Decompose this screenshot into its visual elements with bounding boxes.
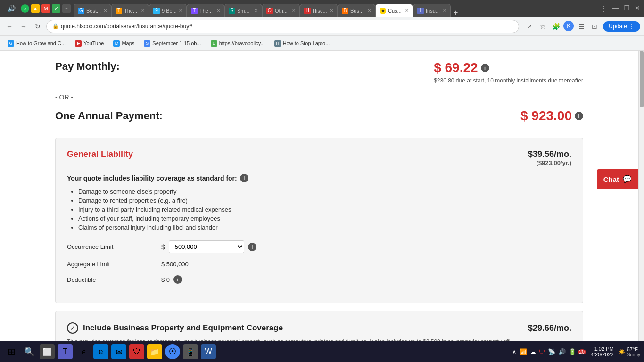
security-button[interactable]: 🛡 (129, 344, 144, 359)
occurrence-limit-row: Occurrence Limit $ 500,000 100,000 300,0… (67, 240, 571, 253)
forward-button[interactable]: → (18, 21, 29, 32)
tab-6[interactable]: O Oth... ✕ (262, 4, 300, 17)
tab-10-close[interactable]: ✕ (443, 8, 446, 13)
chat-button[interactable]: Chat 💬 (597, 169, 638, 189)
sidebar-icon[interactable]: ☰ (576, 21, 587, 32)
tab-9-close[interactable]: ✕ (405, 8, 409, 13)
title-bar: 🔊 ♪ ▲ M ✓ ≡ G Best... ✕ T The... ✕ 9 9 (0, 0, 644, 17)
bookmark-3[interactable]: M Maps (109, 39, 138, 48)
tab-8-close[interactable]: ✕ (367, 8, 371, 13)
volume-sys-icon[interactable]: 🔊 (557, 347, 567, 356)
occurrence-limit-select[interactable]: 500,000 100,000 300,000 1,000,000 2,000,… (169, 240, 244, 253)
pay-monthly-info-icon[interactable]: i (481, 64, 489, 72)
browser-frame: 🔊 ♪ ▲ M ✓ ≡ G Best... ✕ T The... ✕ 9 9 (0, 0, 644, 362)
tab-2[interactable]: T The... ✕ (111, 4, 149, 17)
coverage-item-4: Actions of your staff, including tempora… (78, 215, 571, 222)
search-button[interactable]: 🔍 (22, 344, 37, 359)
annual-price: $ 923.00 (520, 108, 572, 123)
sheets-icon[interactable]: ✓ (52, 4, 60, 13)
shield-icon[interactable]: 🛡 (538, 347, 546, 356)
bookmark-1[interactable]: G How to Grow and C... (4, 39, 69, 48)
teams-button[interactable]: T (58, 344, 73, 359)
notification-icon[interactable]: 20 (578, 349, 586, 354)
tab-1[interactable]: G Best... ✕ (74, 4, 111, 17)
minimize-button[interactable]: — (612, 4, 619, 13)
refresh-button[interactable]: ↻ (32, 21, 43, 32)
extension-icon[interactable]: 🧩 (550, 21, 561, 32)
bookmark-6[interactable]: H How to Stop Lapto... (271, 39, 334, 48)
drive-icon[interactable]: ▲ (31, 4, 40, 13)
check-circle-icon[interactable]: ✓ (67, 322, 78, 334)
tab-10-favicon: I (417, 8, 424, 14)
chat-label: Chat (603, 175, 619, 183)
tab-3-close[interactable]: ✕ (179, 8, 182, 13)
ext-icon[interactable]: ≡ (62, 4, 71, 13)
tab-6-close[interactable]: ✕ (292, 8, 296, 13)
update-label: Update (609, 23, 627, 30)
word-button[interactable]: W (201, 344, 216, 359)
profile-icon[interactable]: K (563, 21, 574, 31)
update-button[interactable]: Update ⋮ (603, 21, 640, 32)
store-button[interactable]: 🛍 (75, 344, 91, 359)
tab-4-close[interactable]: ✕ (216, 8, 220, 13)
network-icon[interactable]: 📶 (519, 347, 528, 356)
weather-widget[interactable]: ☀️ 67°F Sunny (619, 346, 640, 357)
scrollbar-thumb[interactable] (640, 51, 644, 107)
explorer-button[interactable]: 📁 (147, 344, 162, 359)
task-view-button[interactable]: ⬜ (40, 344, 55, 359)
tray-up-icon[interactable]: ∧ (511, 347, 518, 356)
business-property-title: Include Business Property and Equipment … (83, 323, 283, 333)
start-button[interactable]: ⊞ (4, 344, 19, 359)
bookmark-2[interactable]: ▶ YouTube (71, 39, 107, 48)
tab-7[interactable]: H Hisc... ✕ (300, 4, 338, 17)
aggregate-limit-label: Aggregate Limit (67, 261, 161, 268)
tab-4[interactable]: T The... ✕ (187, 4, 224, 17)
deductible-row: Deductible $ 0 i (67, 275, 571, 284)
back-button[interactable]: ← (4, 21, 15, 32)
chat-icon: 💬 (623, 175, 632, 183)
annual-info-icon[interactable]: i (575, 112, 583, 120)
coverage-info-icon[interactable]: i (240, 174, 248, 182)
url-bar[interactable]: 🔒 quote.hiscox.com/portalserver/insuranc… (46, 20, 519, 33)
tab-1-close[interactable]: ✕ (103, 8, 107, 13)
tab-5[interactable]: S Sm... ✕ (224, 4, 262, 17)
tab-3[interactable]: 9 9 Be... ✕ (149, 4, 187, 17)
tab-6-label: Oth... (275, 8, 288, 14)
clock-widget[interactable]: 1:02 PM 4/20/2022 (591, 346, 614, 357)
bookmark-5[interactable]: B https://bravopolicy... (207, 39, 269, 48)
tab-9[interactable]: ★ Cus... ✕ (375, 4, 413, 17)
deductible-info-icon[interactable]: i (173, 275, 182, 284)
new-tab-button[interactable]: + (451, 8, 461, 17)
coverage-item-1: Damage to someone else's property (78, 188, 571, 195)
tab-10[interactable]: I Insu... ✕ (413, 4, 451, 17)
tabs-dropdown-icon[interactable]: ⋮ (600, 4, 608, 13)
occurrence-info-icon[interactable]: i (248, 243, 256, 251)
split-icon[interactable]: ⊡ (589, 21, 600, 32)
spotify-icon[interactable]: ♪ (21, 4, 29, 13)
phone-button[interactable]: 📱 (183, 344, 198, 359)
chrome-button[interactable]: ⦿ (165, 344, 180, 359)
scrollbar-track[interactable] (638, 51, 644, 341)
tab-8[interactable]: B Bus... ✕ (338, 4, 375, 17)
volume-icon[interactable]: 🔊 (4, 1, 19, 16)
tab-5-close[interactable]: ✕ (254, 8, 258, 13)
bookmark-star-icon[interactable]: ☆ (537, 21, 548, 32)
bookmark-5-favicon: B (211, 40, 217, 47)
cloud-icon[interactable]: ☁ (529, 347, 537, 356)
gmail-icon[interactable]: M (41, 4, 50, 13)
battery-icon[interactable]: 🔋 (568, 347, 577, 356)
share-icon[interactable]: ↗ (524, 21, 535, 32)
mail-button[interactable]: ✉ (111, 344, 126, 359)
bookmark-4[interactable]: S September 1-15 ob... (140, 39, 205, 48)
business-property-price: $29.66/mo. (528, 323, 571, 333)
tab-2-close[interactable]: ✕ (141, 8, 145, 13)
close-button[interactable]: ✕ (635, 4, 640, 13)
tab-7-favicon: H (304, 8, 311, 14)
address-bar: ← → ↻ 🔒 quote.hiscox.com/portalserver/in… (0, 17, 644, 36)
pay-monthly-label: Pay Monthly: (55, 60, 120, 73)
main-scroll-area[interactable]: Pay Monthly: $ 69.22 i $230.80 due at st… (0, 51, 638, 341)
wifi-icon[interactable]: 📡 (547, 347, 556, 356)
tab-7-close[interactable]: ✕ (330, 8, 333, 13)
restore-button[interactable]: ❐ (624, 4, 630, 13)
edge-button[interactable]: e (93, 344, 108, 359)
